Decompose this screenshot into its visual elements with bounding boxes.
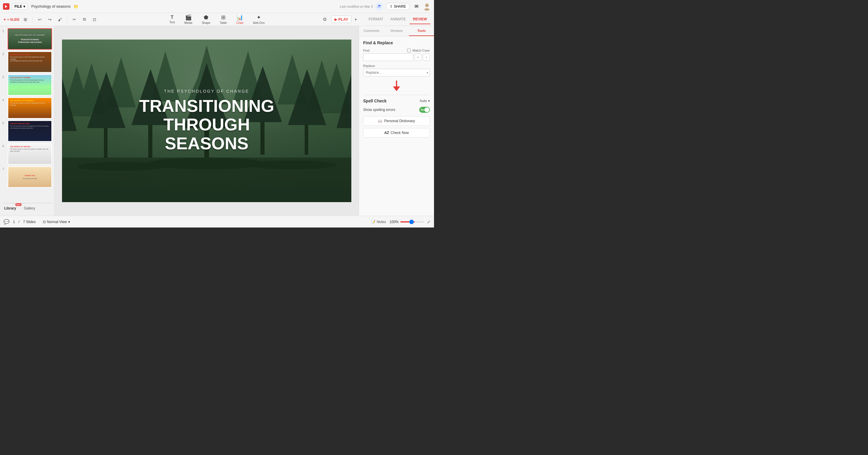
divider-1 [32,17,33,23]
zoom-slider[interactable] [400,221,424,223]
grid-view-button[interactable]: ⊞ [21,15,30,24]
scissors-button[interactable]: ✂ [70,15,79,24]
toggle-knob [425,107,429,112]
replace-input-wrap: ▾ [363,69,430,76]
match-case-wrap: Match Case [407,49,430,52]
section-divider [363,95,430,95]
slide-item-4[interactable]: 4 THE WARMTH OF SUMMER The summer season… [2,97,52,119]
find-next-button[interactable]: › [423,54,430,61]
gallery-tab[interactable]: Gallery [22,205,37,212]
slide-text-overlay: THE PSYCHOLOGY OF CHANGE TRANSITIONING T… [134,89,279,153]
text-tool[interactable]: T Text [167,13,177,25]
find-label: Find [363,49,369,52]
notes-icon: 📝 [371,220,376,224]
right-panel-tabs: Comments Versions Tools [359,26,434,36]
fullscreen-icon[interactable]: ⤢ [427,220,430,224]
chat-icon[interactable]: 💬 [4,219,9,225]
find-input[interactable] [363,54,413,61]
personal-dict-icon: 📖 [378,119,382,123]
library-tab[interactable]: Library New [2,205,18,212]
slide-thumb-1[interactable]: THE PSYCHOLOGY OF CHANGE TRANSITIONINGTH… [8,28,52,50]
toolbar-center: T Text 🎬 Media ⬟ Shape ⊞ Table 📊 Chart ✦… [167,13,267,26]
slide-item-7[interactable]: 7 THANK YOU For all you ever need [2,166,52,188]
undo-button[interactable]: ↩ [36,15,44,24]
slide-thumb-4[interactable]: THE WARMTH OF SUMMER The summer season i… [8,97,52,119]
right-panel: Comments Versions Tools Find & Replace F… [359,26,434,216]
slide-total: 7 Slides [23,220,36,224]
replace-label: Replace [363,64,375,68]
user-avatar[interactable] [423,2,431,11]
library-gallery-bar: Library New Gallery [2,203,52,213]
slide-subtitle: THE PSYCHOLOGY OF CHANGE [134,89,279,94]
spelling-toggle[interactable]: Yes [419,107,430,113]
slide-canvas: THE PSYCHOLOGY OF CHANGE TRANSITIONING T… [62,39,351,202]
match-case-label: Match Case [412,49,430,52]
shape-tool[interactable]: ⬟ Shape [199,13,213,26]
slide-thumb-3[interactable]: THE GRACE OF SPRING The spring season is… [8,74,52,96]
addons-tool[interactable]: ✦ Add-Ons [251,13,267,26]
paste-button[interactable]: ⊡ [90,15,99,24]
animate-tab[interactable]: ANIMATE [387,15,409,24]
media-tool[interactable]: 🎬 Media [182,13,194,26]
play-dropdown-arrow[interactable]: ▾ [354,18,358,22]
view-icon: ⊡ [43,220,46,224]
find-replace-title: Find & Replace [363,40,430,45]
normal-view-button[interactable]: ⊡ Normal View ▾ [43,220,70,224]
svg-marker-33 [393,87,400,91]
last-modified-text: Last modified on Mar 3 [340,5,373,8]
check-now-button[interactable]: AZ Check Now [363,128,430,137]
red-arrow-indicator [363,80,430,91]
slide-thumb-7[interactable]: THANK YOU For all you ever need [8,166,52,188]
comments-tab[interactable]: Comments [359,26,384,36]
slide-title: TRANSITIONING THROUGH SEASONS [134,96,279,153]
app-logo [3,3,9,10]
slides-panel: 1 THE PSYCHOLOGY OF CHANGE TRANSITIONING… [0,26,55,216]
copy-button[interactable]: ⧉ [80,15,89,24]
personal-dictionary-button[interactable]: 📖 Personal Dictionary [363,116,430,126]
table-tool[interactable]: ⊞ Table [217,13,229,26]
slide-item-1[interactable]: 1 THE PSYCHOLOGY OF CHANGE TRANSITIONING… [2,28,52,50]
replace-row: Replace ▾ [363,64,430,76]
file-button[interactable]: FILE ▾ [12,3,28,10]
divider-2 [67,17,67,23]
replace-input[interactable] [363,69,430,76]
spell-check-header: Spell Check Auto ▾ [363,99,430,103]
redo-button[interactable]: ↪ [46,15,54,24]
right-panel-content: Find & Replace Find Match Case ‹ › Repla… [359,36,434,216]
notification-icon[interactable]: ✉ [412,2,421,11]
slide-thumb-2[interactable]: THE RUST OF AUTUMN The autumn season is … [8,51,52,73]
slide-thumb-6[interactable]: THE WINDS OF WINTER The winter season is… [8,143,52,165]
slide-thumb-5[interactable]: THE RHYTHM OF RAIN The rain season is wh… [8,120,52,142]
zoom-control: 100% ⤢ [390,220,430,224]
zoom-level: 100% [390,220,399,224]
tools-tab[interactable]: Tools [409,26,434,36]
slide-item-2[interactable]: 2 THE RUST OF AUTUMN The autumn season i… [2,51,52,73]
check-now-icon: AZ [384,131,389,135]
spell-check-mode[interactable]: Auto ▾ [420,99,430,103]
match-case-checkbox[interactable] [407,49,411,52]
main-area: 1 THE PSYCHOLOGY OF CHANGE TRANSITIONING… [0,26,434,216]
bottom-bar: 💬 1 / 7 Slides ⊡ Normal View ▾ 📝 Notes 1… [0,216,434,228]
review-tab[interactable]: REVIEW [409,15,430,24]
slide-item-3[interactable]: 3 THE GRACE OF SPRING The spring season … [2,74,52,96]
slide-item-6[interactable]: 6 THE WINDS OF WINTER The winter season … [2,143,52,165]
canvas-area: THE PSYCHOLOGY OF CHANGE TRANSITIONING T… [55,26,359,216]
slide-number-current: 1 [13,220,15,224]
format-tab[interactable]: FORMAT [365,15,387,24]
play-button[interactable]: ▶ PLAY [331,15,351,23]
find-prev-button[interactable]: ‹ [414,54,422,61]
replace-dropdown-icon[interactable]: ▾ [427,71,428,74]
settings-icon[interactable]: ⚙ [321,15,329,24]
paint-format-button[interactable]: 🖌 [56,15,64,24]
versions-tab[interactable]: Versions [384,26,409,36]
spell-check-section: Spell Check Auto ▾ Show spelling errors … [363,99,430,137]
slide-item-5[interactable]: 5 THE RHYTHM OF RAIN The rain season is … [2,120,52,142]
document-title: Psychology of seasons [31,4,70,8]
notes-button[interactable]: 📝 Notes [371,220,386,224]
add-slide-button[interactable]: + + SLIDE [4,17,20,22]
collaborators-icon[interactable] [375,2,383,11]
share-button[interactable]: ⇧ SHARE [386,3,410,10]
chart-tool[interactable]: 📊 Chart [234,13,246,26]
spell-errors-row: Show spelling errors Yes [363,107,430,113]
spell-check-title: Spell Check [363,99,386,103]
